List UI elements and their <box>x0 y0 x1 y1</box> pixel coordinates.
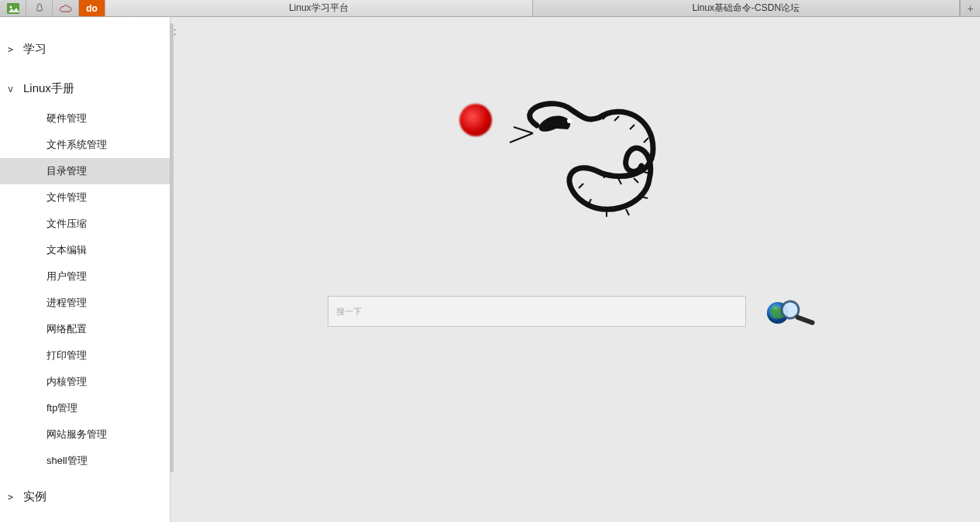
sidebar-resize-handle[interactable] <box>170 23 174 472</box>
nav-item-process[interactable]: 进程管理 <box>0 290 170 316</box>
plus-icon: + <box>967 2 973 15</box>
main-area: : <box>170 17 980 522</box>
sidebar: > 学习 v Linux手册 硬件管理 文件系统管理 目录管理 文件管理 文件压… <box>0 17 170 522</box>
nav-group-linux-manual: v Linux手册 硬件管理 文件系统管理 目录管理 文件管理 文件压缩 文本编… <box>0 72 170 474</box>
svg-point-2 <box>567 118 572 123</box>
hero <box>170 94 980 327</box>
tab-linux-learning[interactable]: Linux学习平台 <box>105 0 533 16</box>
globe-magnifier-icon <box>765 296 820 327</box>
nav-label: Linux手册 <box>23 81 74 96</box>
nav-item-text-edit[interactable]: 文本编辑 <box>0 237 170 263</box>
nav-item-hardware[interactable]: 硬件管理 <box>0 105 170 132</box>
browser-top-bar: do Linux学习平台 Linux基础命令-CSDN论坛 + <box>0 0 980 17</box>
svg-point-1 <box>9 5 12 8</box>
nav-item-webservice[interactable]: 网站服务管理 <box>0 421 170 448</box>
nav-header-examples[interactable]: > 实例 <box>0 480 170 513</box>
tab-strip: Linux学习平台 Linux基础命令-CSDN论坛 <box>105 0 960 16</box>
nav-item-directory[interactable]: 目录管理 <box>0 158 170 184</box>
red-dot-icon <box>459 104 492 136</box>
corner-label: : <box>174 26 176 37</box>
nav-item-file[interactable]: 文件管理 <box>0 184 170 211</box>
nav-group-study: > 学习 <box>0 33 170 66</box>
nav-group-examples: > 实例 <box>0 480 170 513</box>
snake-logo <box>459 94 692 242</box>
nav-item-kernel[interactable]: 内核管理 <box>0 369 170 395</box>
nav-item-print[interactable]: 打印管理 <box>0 342 170 369</box>
search-row <box>328 296 824 327</box>
nav-header-linux-manual[interactable]: v Linux手册 <box>0 72 170 105</box>
tab-csdn-forum[interactable]: Linux基础命令-CSDN论坛 <box>533 0 961 16</box>
chevron-right-icon: > <box>8 492 13 503</box>
tool-image-icon[interactable] <box>0 0 26 16</box>
nav-item-filesystem[interactable]: 文件系统管理 <box>0 132 170 158</box>
tab-label: Linux学习平台 <box>289 2 349 15</box>
nav-sub-list: 硬件管理 文件系统管理 目录管理 文件管理 文件压缩 文本编辑 用户管理 进程管… <box>0 105 170 474</box>
nav-item-user[interactable]: 用户管理 <box>0 263 170 290</box>
nav-label: 学习 <box>23 42 46 57</box>
nav-label: 实例 <box>23 489 46 504</box>
nav-item-compress[interactable]: 文件压缩 <box>0 211 170 237</box>
nav-item-ftp[interactable]: ftp管理 <box>0 395 170 421</box>
tool-do-icon[interactable]: do <box>79 0 105 16</box>
do-label: do <box>86 3 98 14</box>
nav-item-network[interactable]: 网络配置 <box>0 316 170 342</box>
nav-item-shell[interactable]: shell管理 <box>0 448 170 474</box>
chevron-right-icon: > <box>8 44 13 55</box>
chevron-down-icon: v <box>8 84 13 94</box>
search-button[interactable] <box>762 296 824 327</box>
svg-rect-5 <box>794 314 814 326</box>
search-input[interactable] <box>328 296 746 327</box>
tool-pin-icon[interactable] <box>26 0 53 16</box>
snake-icon <box>490 94 692 242</box>
page-content: > 学习 v Linux手册 硬件管理 文件系统管理 目录管理 文件管理 文件压… <box>0 17 980 522</box>
new-tab-button[interactable]: + <box>960 0 980 16</box>
nav-header-study[interactable]: > 学习 <box>0 33 170 66</box>
tool-cloud-icon[interactable] <box>53 0 79 16</box>
tab-label: Linux基础命令-CSDN论坛 <box>692 2 799 15</box>
